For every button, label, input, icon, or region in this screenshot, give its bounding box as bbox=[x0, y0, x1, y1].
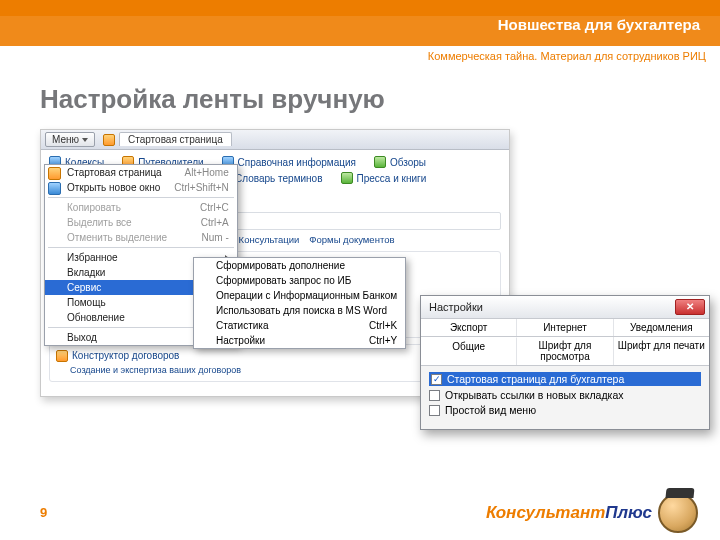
page-number: 9 bbox=[40, 505, 47, 520]
section-title: Новшества для бухгалтера bbox=[498, 16, 700, 33]
window-icon bbox=[48, 182, 61, 195]
brand-logo: КонсультантПлюс bbox=[486, 493, 698, 533]
list-icon bbox=[374, 156, 386, 168]
tab-export[interactable]: Экспорт bbox=[421, 319, 517, 336]
submenu-settings[interactable]: НастройкиCtrl+Y bbox=[194, 333, 405, 348]
submenu-use-word[interactable]: Использовать для поиска в MS Word bbox=[194, 303, 405, 318]
menu-item-deselect: Отменить выделениеNum - bbox=[45, 230, 237, 245]
check-open-new-tabs[interactable]: Открывать ссылки в новых вкладках bbox=[429, 389, 701, 401]
tab-internet[interactable]: Интернет bbox=[517, 319, 613, 336]
nav-ref[interactable]: Справочная информация bbox=[222, 156, 356, 168]
tab-print-font[interactable]: Шрифт для печати bbox=[614, 337, 709, 365]
cat-forms[interactable]: Формы документов bbox=[309, 234, 394, 245]
menu-item-select-all: Выделить всеCtrl+A bbox=[45, 215, 237, 230]
dialog-title: Настройки bbox=[429, 301, 483, 313]
tab-view-font[interactable]: Шрифт для просмотра bbox=[517, 337, 613, 365]
menu-item-copy: КопироватьCtrl+C bbox=[45, 200, 237, 215]
nav-press[interactable]: Пресса и книги bbox=[341, 172, 427, 184]
check-accountant-start[interactable]: Стартовая страница для бухгалтера bbox=[429, 372, 701, 386]
service-submenu: Сформировать дополнение Сформировать зап… bbox=[193, 257, 406, 349]
tab-notifications[interactable]: Уведомления bbox=[614, 319, 709, 336]
nav-reviews[interactable]: Обзоры bbox=[374, 156, 426, 168]
menu-button[interactable]: Меню bbox=[45, 132, 95, 147]
confidential-note: Коммерческая тайна. Материал для сотрудн… bbox=[0, 46, 720, 62]
checkbox-icon bbox=[431, 374, 442, 385]
submenu-form-addition[interactable]: Сформировать дополнение bbox=[194, 258, 405, 273]
tab-icon bbox=[103, 134, 115, 146]
close-button[interactable]: ✕ bbox=[675, 299, 705, 315]
slide-title: Настройка ленты вручную bbox=[40, 84, 720, 115]
submenu-stats[interactable]: СтатистикаCtrl+K bbox=[194, 318, 405, 333]
mascot-icon bbox=[658, 493, 698, 533]
checkbox-icon bbox=[429, 405, 440, 416]
tab-start-page[interactable]: Стартовая страница bbox=[119, 132, 232, 146]
checkbox-icon bbox=[429, 390, 440, 401]
news-icon bbox=[341, 172, 353, 184]
chevron-down-icon bbox=[82, 138, 88, 142]
menu-item-new-window[interactable]: Открыть новое окноCtrl+Shift+N bbox=[45, 180, 237, 195]
doc-icon bbox=[56, 350, 68, 362]
tab-general[interactable]: Общие bbox=[421, 337, 517, 365]
menu-item-start-page[interactable]: Стартовая страницаAlt+Home bbox=[45, 165, 237, 180]
submenu-form-request[interactable]: Сформировать запрос по ИБ bbox=[194, 273, 405, 288]
cat-consult[interactable]: Консультации bbox=[239, 234, 300, 245]
home-icon bbox=[48, 167, 61, 180]
check-simple-menu[interactable]: Простой вид меню bbox=[429, 404, 701, 416]
settings-dialog: Настройки ✕ Экспорт Интернет Уведомления… bbox=[420, 295, 710, 430]
submenu-ib-ops: Операции с Информационным Банком bbox=[194, 288, 405, 303]
